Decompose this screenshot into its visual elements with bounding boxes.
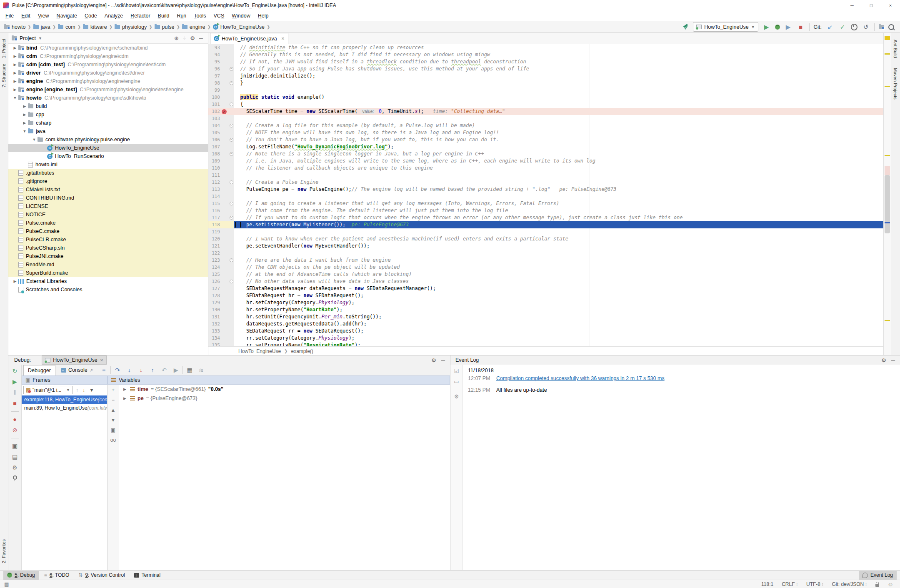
debug-settings-icon[interactable]: ⚙ [12, 465, 18, 471]
lock-icon[interactable] [875, 584, 879, 587]
code-line-114[interactable]: 114 [208, 193, 883, 200]
fold-icon[interactable]: − [230, 138, 233, 142]
git-history-icon[interactable] [851, 24, 858, 30]
fold-icon[interactable]: − [230, 202, 233, 205]
build-hammer-icon[interactable] [683, 24, 689, 30]
menu-help[interactable]: Help [254, 13, 272, 19]
tool-strip-tab-maven-projects[interactable]: Maven Projects [893, 68, 898, 100]
breakpoint-cell[interactable] [220, 87, 228, 94]
menu-navigate[interactable]: Navigate [53, 13, 81, 19]
hide-panel-icon[interactable]: ─ [891, 357, 895, 363]
code-line-102[interactable]: 102✓ SEScalarTime time = new SEScalarTim… [208, 108, 883, 115]
chevron-down-icon[interactable]: ▼ [31, 138, 38, 142]
code-line-110[interactable]: 110 // The listener and callback objects… [208, 165, 883, 172]
close-icon[interactable]: ✕ [281, 36, 285, 41]
code-line-99[interactable]: 99 [208, 87, 883, 94]
breakpoint-icon[interactable]: ✓ [222, 109, 227, 114]
breakpoint-cell[interactable] [220, 158, 228, 165]
breakpoint-cell[interactable] [220, 292, 228, 299]
tool-strip-tab-structure[interactable]: 7: Structure [1, 64, 6, 88]
fold-icon[interactable]: − [230, 258, 233, 262]
step-into-icon[interactable]: ↓ [124, 367, 134, 373]
code-line-112[interactable]: 112− // Create a Pulse Engine [208, 179, 883, 186]
tree-row-howto-engineuse[interactable]: CHowTo_EngineUse [8, 144, 208, 152]
log-settings-icon[interactable]: ⚙ [454, 393, 459, 400]
breadcrumb-class[interactable]: HowTo_EngineUse [238, 348, 281, 354]
code-line-121[interactable]: 121 pe.setEventHandler(new MyEventHandle… [208, 243, 883, 250]
debug-session-tab[interactable]: HowTo_EngineUse ✕ [42, 355, 107, 365]
code-line-118[interactable]: 118 pe.setListener(new MyListener()); pe… [208, 221, 883, 228]
evaluate-expression-icon[interactable]: ▦ [185, 367, 195, 373]
status-item-118[interactable]: 118:1 [761, 581, 773, 587]
chevron-right-icon[interactable]: ▶ [123, 396, 128, 400]
breadcrumb-item[interactable]: CHowTo_EngineUse [213, 24, 265, 30]
restore-layout-icon[interactable]: ▤ [12, 454, 18, 460]
menu-vcs[interactable]: VCS [210, 13, 228, 19]
menu-window[interactable]: Window [228, 13, 254, 19]
code-line-130[interactable]: 130 hr.setPropertyName("HeartRate"); [208, 306, 883, 313]
hide-panel-icon[interactable]: ─ [441, 357, 445, 363]
frame-row[interactable]: example:118, HowTo_EngineUse (com [22, 395, 107, 404]
duplicate-icon[interactable]: ▣ [111, 427, 115, 433]
code-line-101[interactable]: 101− { [208, 101, 883, 108]
breakpoint-cell[interactable] [220, 80, 228, 87]
code-line-133[interactable]: 133 SEDataRequest rr = new SEDataRequest… [208, 328, 883, 335]
status-item-git[interactable]: Git: dev/JSON↕ [832, 581, 867, 587]
menu-run[interactable]: Run [173, 13, 190, 19]
tree-row-engine[interactable]: ▶engineC:\Programming\physiology\engine\… [8, 77, 208, 85]
run-with-coverage-button[interactable]: ▶ [784, 24, 792, 30]
code-line-97[interactable]: 97 jniBridge.deinitialize(); [208, 73, 883, 80]
add-watch-icon[interactable]: + [112, 387, 115, 393]
code-line-120[interactable]: 120 // I want to know when ever the pati… [208, 235, 883, 243]
code-line-96[interactable]: 96− // So if your Java app using Pulse h… [208, 65, 883, 73]
code-line-103[interactable]: 103 [208, 115, 883, 122]
breakpoint-cell[interactable] [220, 65, 228, 73]
tree-row-cmakelists-txt[interactable]: CMakeLists.txt [8, 185, 208, 194]
git-commit-icon[interactable]: ✓ [838, 24, 847, 30]
minimize-button[interactable]: ─ [842, 0, 862, 10]
breakpoint-cell[interactable] [220, 320, 228, 328]
breadcrumb-item[interactable]: java [33, 24, 50, 30]
fold-icon[interactable]: − [230, 67, 233, 71]
chevron-right-icon[interactable]: ▶ [12, 63, 18, 67]
code-line-105[interactable]: 105 // NOTE the engine will have its own… [208, 129, 883, 136]
gear-icon[interactable]: ⚙ [431, 357, 436, 363]
chevron-right-icon[interactable]: ▶ [12, 71, 18, 75]
collapse-all-icon[interactable]: ÷ [181, 35, 188, 41]
breadcrumb-item[interactable]: engine [182, 24, 205, 30]
run-to-cursor-icon[interactable]: ▶ [171, 367, 181, 373]
breakpoint-cell[interactable] [220, 342, 228, 346]
tree-row-license[interactable]: LICENSE [8, 202, 208, 210]
gear-icon[interactable]: ⚙ [881, 357, 886, 363]
hector-icon[interactable]: ☺ [888, 581, 893, 588]
breadcrumb-item[interactable]: pulse [155, 24, 175, 30]
tree-row-cdm[interactable]: ▶cdmC:\Programming\physiology\engine\cdm [8, 52, 208, 60]
thread-dropdown[interactable]: "main"@1 i... ▼ [23, 386, 72, 394]
breakpoint-cell[interactable] [220, 94, 228, 101]
fold-icon[interactable]: − [230, 124, 233, 128]
code-line-95[interactable]: 95 // If not, the JVM would find itself … [208, 58, 883, 65]
breakpoint-cell[interactable] [220, 165, 228, 172]
git-rollback-icon[interactable]: ↺ [862, 24, 870, 30]
tree-row-driver[interactable]: ▶driverC:\Programming\physiology\engine\… [8, 69, 208, 77]
step-out-icon[interactable]: ↑ [148, 367, 158, 373]
chevron-right-icon[interactable]: ▶ [12, 279, 18, 283]
tree-row-pulseclr-cmake[interactable]: PulseCLR.cmake [8, 235, 208, 244]
menu-build[interactable]: Build [154, 13, 173, 19]
code-line-94[interactable]: 94 // Generally this is not needed, but … [208, 51, 883, 58]
tool-strip-tab-favorites[interactable]: 2: Favorites [1, 539, 6, 563]
breakpoint-cell[interactable] [220, 313, 228, 320]
code-line-132[interactable]: 132 dataRequests.getRequestedData().add(… [208, 320, 883, 328]
code-line-107[interactable]: 107 Log.setFileName("HowTo_DynamicEngine… [208, 143, 883, 150]
tree-row-pulsejni-cmake[interactable]: PulseJNI.cmake [8, 252, 208, 260]
chevron-right-icon[interactable]: ▶ [21, 113, 28, 117]
code-line-116[interactable]: 116 // that come from the engine. The de… [208, 207, 883, 214]
scrollbar-thumb[interactable] [885, 175, 890, 233]
editor-marker-bar[interactable] [883, 33, 891, 355]
code-line-131[interactable]: 131 hr.setUnit(FrequencyUnit.Per_min.toS… [208, 313, 883, 320]
tree-row-csharp[interactable]: ▶csharp [8, 119, 208, 127]
chevron-right-icon[interactable]: ▶ [12, 88, 18, 92]
code-line-123[interactable]: 123− // Here are the data I want back fr… [208, 257, 883, 264]
tree-row-howto-runscenario[interactable]: CHowTo_RunScenario [8, 152, 208, 160]
breakpoint-cell[interactable] [220, 193, 228, 200]
